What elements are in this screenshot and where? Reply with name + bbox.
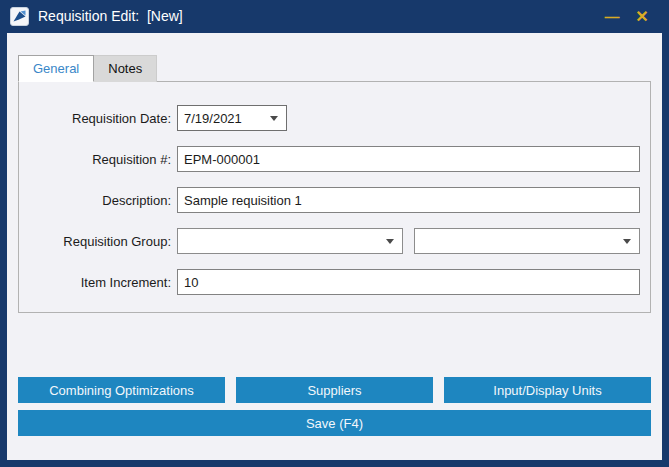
requisition-number-input[interactable] (177, 146, 640, 172)
requisition-group-label: Requisition Group: (29, 234, 177, 249)
requisition-group-secondary-combo[interactable] (414, 228, 640, 254)
tab-notes[interactable]: Notes (94, 55, 157, 82)
tab-notes-label: Notes (108, 61, 142, 76)
minimize-button[interactable]: — (597, 0, 627, 33)
requisition-date-value: 7/19/2021 (184, 111, 264, 126)
description-label: Description: (29, 193, 177, 208)
description-row: Description: (29, 187, 640, 213)
general-tab-panel: Requisition Date: 7/19/2021 Requisition … (18, 81, 651, 313)
action-button-row: Combining Optimizations Suppliers Input/… (18, 377, 651, 403)
chevron-down-icon (623, 239, 631, 244)
title-bar: Requisition Edit: [New] — ✕ (0, 0, 669, 33)
chevron-down-icon (386, 239, 394, 244)
requisition-date-label: Requisition Date: (29, 111, 177, 126)
requisition-group-combos (177, 228, 640, 254)
app-logo-icon (10, 7, 29, 26)
requisition-date-row: Requisition Date: 7/19/2021 (29, 105, 640, 131)
suppliers-button[interactable]: Suppliers (236, 377, 433, 403)
combining-optimizations-button[interactable]: Combining Optimizations (18, 377, 225, 403)
input-display-units-button[interactable]: Input/Display Units (444, 377, 651, 403)
requisition-edit-window: Requisition Edit: [New] — ✕ General Note… (0, 0, 669, 467)
requisition-date-combo[interactable]: 7/19/2021 (177, 105, 287, 131)
tab-strip: General Notes (18, 55, 651, 82)
save-button[interactable]: Save (F4) (18, 410, 651, 436)
tab-general[interactable]: General (18, 55, 94, 82)
item-increment-label: Item Increment: (29, 275, 177, 290)
window-title: Requisition Edit: [New] (38, 0, 597, 33)
dialog-content: General Notes Requisition Date: 7/19/202… (0, 33, 669, 467)
item-increment-row: Item Increment: (29, 269, 640, 295)
chevron-down-icon (270, 116, 278, 121)
description-input[interactable] (177, 187, 640, 213)
requisition-number-label: Requisition #: (29, 152, 177, 167)
close-button[interactable]: ✕ (627, 0, 657, 33)
requisition-group-primary-combo[interactable] (177, 228, 403, 254)
item-increment-input[interactable] (177, 269, 640, 295)
requisition-group-row: Requisition Group: (29, 228, 640, 254)
tab-general-label: General (33, 61, 79, 76)
requisition-number-row: Requisition #: (29, 146, 640, 172)
